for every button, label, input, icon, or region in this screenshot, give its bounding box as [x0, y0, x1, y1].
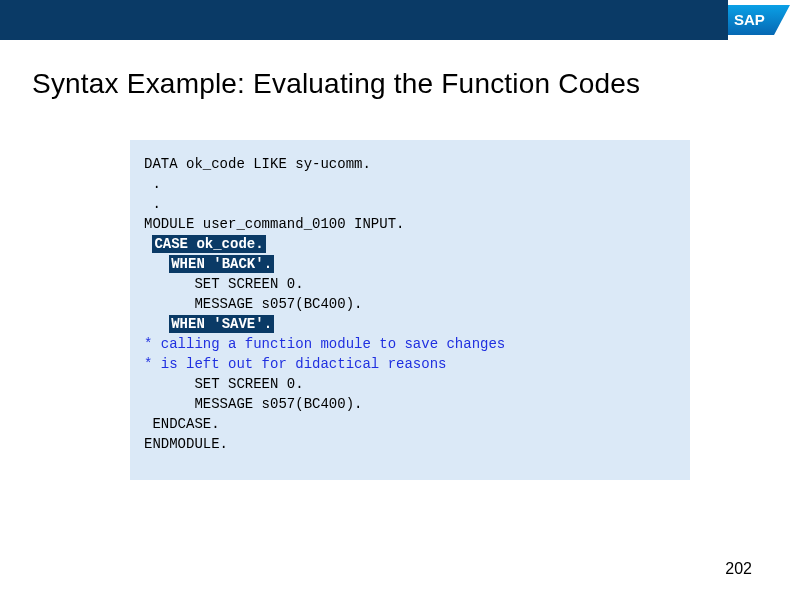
- code-line: ENDMODULE.: [144, 434, 678, 454]
- code-line: WHEN 'SAVE'.: [144, 314, 678, 334]
- code-line: DATA ok_code LIKE sy-ucomm.: [144, 154, 678, 174]
- code-line: MESSAGE s057(BC400).: [144, 394, 678, 414]
- code-highlight: CASE ok_code.: [152, 235, 265, 253]
- code-highlight: WHEN 'BACK'.: [169, 255, 274, 273]
- page-number: 202: [725, 560, 752, 578]
- code-highlight: WHEN 'SAVE'.: [169, 315, 274, 333]
- code-comment: * calling a function module to save chan…: [144, 334, 678, 354]
- logo-text: SAP: [734, 11, 765, 28]
- code-line: WHEN 'BACK'.: [144, 254, 678, 274]
- code-line: MESSAGE s057(BC400).: [144, 294, 678, 314]
- sap-logo: SAP: [728, 0, 800, 40]
- page-title: Syntax Example: Evaluating the Function …: [0, 40, 800, 100]
- code-line: SET SCREEN 0.: [144, 274, 678, 294]
- code-line: MODULE user_command_0100 INPUT.: [144, 214, 678, 234]
- code-line: ENDCASE.: [144, 414, 678, 434]
- header-bar: SAP: [0, 0, 800, 40]
- code-line: CASE ok_code.: [144, 234, 678, 254]
- logo-container: SAP: [728, 0, 800, 40]
- code-line: .: [144, 174, 678, 194]
- code-comment: * is left out for didactical reasons: [144, 354, 678, 374]
- code-line: SET SCREEN 0.: [144, 374, 678, 394]
- code-block: DATA ok_code LIKE sy-ucomm. . . MODULE u…: [130, 140, 690, 480]
- code-line: .: [144, 194, 678, 214]
